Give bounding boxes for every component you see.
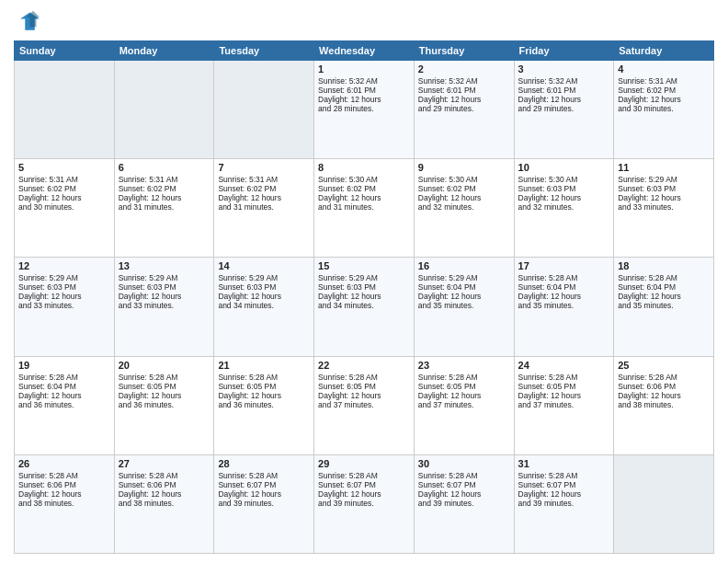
calendar-cell: 28Sunrise: 5:28 AMSunset: 6:07 PMDayligh… [214, 454, 314, 553]
cell-line: Sunset: 6:04 PM [518, 282, 610, 292]
calendar-cell: 25Sunrise: 5:28 AMSunset: 6:06 PMDayligh… [614, 356, 714, 454]
cell-line: Sunset: 6:02 PM [119, 184, 210, 193]
cell-line: Sunrise: 5:29 AM [119, 273, 210, 282]
cell-line: Sunrise: 5:28 AM [318, 471, 410, 480]
cell-line: Daylight: 12 hours [618, 391, 710, 400]
weekday-header-sunday: Sunday [15, 41, 115, 61]
cell-line: Sunrise: 5:28 AM [518, 273, 610, 282]
cell-line: Sunrise: 5:28 AM [518, 373, 610, 382]
cell-line: Sunrise: 5:28 AM [418, 471, 510, 480]
cell-line: Sunrise: 5:31 AM [18, 175, 110, 184]
calendar-cell: 21Sunrise: 5:28 AMSunset: 6:05 PMDayligh… [214, 356, 314, 454]
cell-line: and 37 minutes. [518, 400, 610, 409]
cell-line: Sunset: 6:02 PM [218, 184, 310, 193]
calendar-cell: 29Sunrise: 5:28 AMSunset: 6:07 PMDayligh… [314, 454, 415, 553]
cell-line: Sunrise: 5:32 AM [318, 76, 410, 86]
cell-line: Daylight: 12 hours [119, 489, 210, 499]
cell-line: and 30 minutes. [18, 202, 110, 212]
cell-line: Sunrise: 5:28 AM [618, 273, 710, 282]
calendar-cell: 14Sunrise: 5:29 AMSunset: 6:03 PMDayligh… [214, 258, 314, 356]
cell-line: Daylight: 12 hours [18, 391, 110, 400]
cell-line: Daylight: 12 hours [318, 489, 410, 499]
calendar-week-5: 26Sunrise: 5:28 AMSunset: 6:06 PMDayligh… [15, 454, 714, 553]
cell-line: and 31 minutes. [218, 202, 310, 212]
day-number: 19 [18, 360, 110, 371]
day-number: 30 [418, 458, 510, 469]
cell-line: and 37 minutes. [418, 400, 510, 409]
cell-line: Sunset: 6:01 PM [318, 86, 410, 95]
cell-line: Sunset: 6:03 PM [218, 282, 310, 292]
cell-line: Sunset: 6:04 PM [18, 382, 110, 391]
cell-line: and 31 minutes. [119, 202, 210, 212]
calendar-cell [15, 61, 115, 159]
day-number: 1 [318, 63, 410, 75]
calendar-cell: 20Sunrise: 5:28 AMSunset: 6:05 PMDayligh… [114, 356, 214, 454]
cell-line: Sunrise: 5:32 AM [518, 76, 610, 86]
day-number: 17 [518, 260, 610, 271]
cell-line: Sunrise: 5:28 AM [618, 373, 710, 382]
cell-line: and 35 minutes. [418, 301, 510, 310]
calendar-cell: 15Sunrise: 5:29 AMSunset: 6:03 PMDayligh… [314, 258, 415, 356]
day-number: 28 [218, 458, 310, 469]
cell-line: Sunrise: 5:29 AM [218, 273, 310, 282]
calendar-cell: 10Sunrise: 5:30 AMSunset: 6:03 PMDayligh… [514, 159, 614, 258]
cell-line: Sunset: 6:03 PM [18, 282, 110, 292]
cell-line: Sunset: 6:01 PM [418, 86, 510, 95]
calendar-cell: 12Sunrise: 5:29 AMSunset: 6:03 PMDayligh… [15, 258, 115, 356]
cell-line: Daylight: 12 hours [518, 391, 610, 400]
cell-line: Daylight: 12 hours [218, 489, 310, 499]
cell-line: Sunrise: 5:28 AM [318, 373, 410, 382]
day-number: 18 [618, 260, 710, 271]
weekday-header-saturday: Saturday [614, 41, 714, 61]
cell-line: Daylight: 12 hours [518, 292, 610, 301]
day-number: 24 [518, 360, 610, 371]
cell-line: Sunset: 6:03 PM [119, 282, 210, 292]
day-number: 13 [119, 260, 210, 271]
cell-line: Sunrise: 5:31 AM [218, 175, 310, 184]
cell-line: and 32 minutes. [518, 202, 610, 212]
page: SundayMondayTuesdayWednesdayThursdayFrid… [0, 0, 728, 563]
cell-line: and 29 minutes. [518, 104, 610, 113]
cell-line: and 28 minutes. [318, 104, 410, 113]
calendar-table: SundayMondayTuesdayWednesdayThursdayFrid… [14, 40, 714, 554]
cell-line: Daylight: 12 hours [418, 391, 510, 400]
cell-line: Sunset: 6:04 PM [418, 282, 510, 292]
cell-line: and 30 minutes. [618, 104, 710, 113]
cell-line: Daylight: 12 hours [119, 193, 210, 202]
calendar-cell: 17Sunrise: 5:28 AMSunset: 6:04 PMDayligh… [514, 258, 614, 356]
cell-line: Daylight: 12 hours [218, 193, 310, 202]
weekday-header-row: SundayMondayTuesdayWednesdayThursdayFrid… [15, 41, 714, 61]
calendar-cell: 11Sunrise: 5:29 AMSunset: 6:03 PMDayligh… [614, 159, 714, 258]
cell-line: Daylight: 12 hours [18, 489, 110, 499]
cell-line: Daylight: 12 hours [518, 193, 610, 202]
calendar-cell: 8Sunrise: 5:30 AMSunset: 6:02 PMDaylight… [314, 159, 415, 258]
cell-line: Daylight: 12 hours [318, 193, 410, 202]
cell-line: Sunset: 6:03 PM [518, 184, 610, 193]
calendar-cell: 18Sunrise: 5:28 AMSunset: 6:04 PMDayligh… [614, 258, 714, 356]
cell-line: Sunrise: 5:28 AM [218, 373, 310, 382]
cell-line: and 34 minutes. [218, 301, 310, 310]
calendar-cell: 9Sunrise: 5:30 AMSunset: 6:02 PMDaylight… [414, 159, 514, 258]
logo-icon [14, 9, 40, 35]
calendar-cell: 23Sunrise: 5:28 AMSunset: 6:05 PMDayligh… [414, 356, 514, 454]
cell-line: Sunset: 6:07 PM [518, 480, 610, 489]
cell-line: Daylight: 12 hours [418, 489, 510, 499]
cell-line: Sunset: 6:05 PM [418, 382, 510, 391]
cell-line: Sunset: 6:01 PM [518, 86, 610, 95]
header [14, 9, 714, 35]
calendar-cell: 16Sunrise: 5:29 AMSunset: 6:04 PMDayligh… [414, 258, 514, 356]
cell-line: Sunrise: 5:31 AM [119, 175, 210, 184]
calendar-cell [114, 61, 214, 159]
calendar-cell: 30Sunrise: 5:28 AMSunset: 6:07 PMDayligh… [414, 454, 514, 553]
cell-line: Sunset: 6:07 PM [418, 480, 510, 489]
cell-line: Sunset: 6:05 PM [119, 382, 210, 391]
calendar-cell: 22Sunrise: 5:28 AMSunset: 6:05 PMDayligh… [314, 356, 415, 454]
cell-line: Sunrise: 5:28 AM [18, 471, 110, 480]
cell-line: Sunset: 6:03 PM [618, 184, 710, 193]
cell-line: and 39 minutes. [218, 499, 310, 508]
weekday-header-tuesday: Tuesday [214, 41, 314, 61]
cell-line: Sunset: 6:06 PM [119, 480, 210, 489]
day-number: 21 [218, 360, 310, 371]
day-number: 12 [18, 260, 110, 271]
cell-line: Sunset: 6:03 PM [318, 282, 410, 292]
